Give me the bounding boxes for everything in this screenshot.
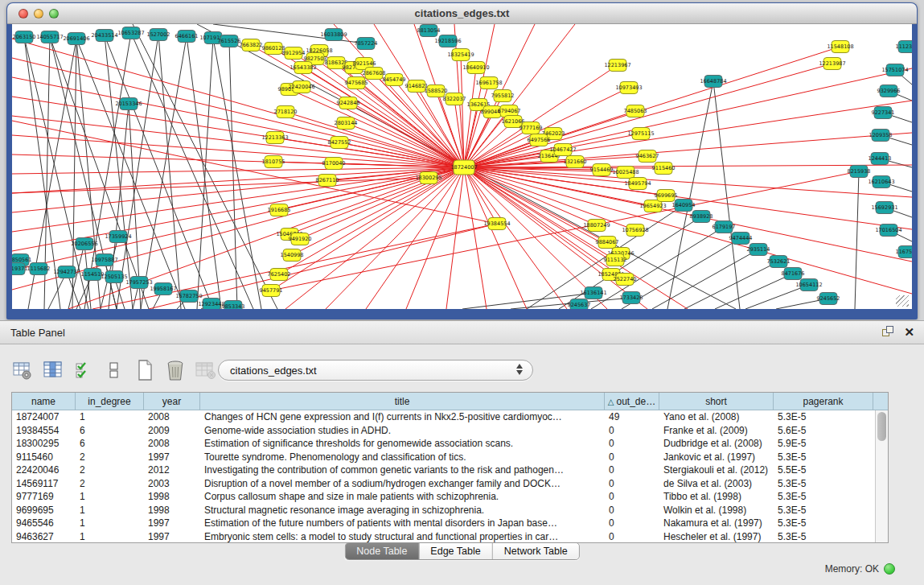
graph-edge bbox=[12, 39, 464, 167]
table-cell: Genome-wide association studies in ADHD. bbox=[200, 424, 605, 438]
graph-edge bbox=[84, 33, 131, 309]
application-window: citations_edges.txt 20631501405571720691… bbox=[0, 0, 924, 585]
table-toolbar: f(x) bbox=[11, 358, 248, 382]
new-document-icon bbox=[139, 360, 151, 380]
graph-edge bbox=[855, 171, 859, 309]
table-vertical-scrollbar[interactable] bbox=[875, 410, 888, 542]
close-panel-icon[interactable]: ✕ bbox=[904, 326, 914, 338]
graph-node-label: 15751074 bbox=[881, 67, 908, 73]
table-row[interactable]: 977716911998Corpus callosum shape and si… bbox=[12, 490, 888, 504]
graph-edge bbox=[290, 89, 464, 167]
trash-icon bbox=[168, 361, 183, 380]
graph-node-label: 9853343 bbox=[222, 303, 245, 309]
graph-node-label: 2718120 bbox=[274, 109, 298, 115]
table-type-tabs: Node TableEdge TableNetwork Table bbox=[344, 542, 579, 560]
row-height-button[interactable] bbox=[103, 359, 125, 381]
table-row[interactable]: 969969511998Structural magnetic resonanc… bbox=[12, 504, 888, 517]
table-panel-title: Table Panel bbox=[10, 327, 65, 339]
graph-node-label: 9463627 bbox=[636, 153, 659, 159]
graph-node-label: 12505135 bbox=[101, 274, 127, 280]
table-cell: Disruption of a novel member of a sodium… bbox=[200, 477, 605, 491]
graph-node-label: 16033809 bbox=[320, 31, 347, 38]
table-selector-dropdown[interactable]: citations_edges.txt bbox=[218, 360, 533, 381]
table-cell: 0 bbox=[605, 451, 659, 464]
node-table-header-row: namein_degreeyeartitle△out_de…shortpager… bbox=[12, 393, 888, 410]
graph-node-label: 8427552 bbox=[328, 139, 351, 146]
memory-ok-indicator-icon[interactable] bbox=[884, 563, 895, 575]
scrollbar-thumb[interactable] bbox=[877, 412, 886, 441]
table-cell: Structural magnetic resonance image aver… bbox=[200, 504, 605, 517]
column-header-title[interactable]: title bbox=[200, 393, 605, 410]
table-row[interactable]: 1872400712008Changes of HCN gene express… bbox=[12, 410, 888, 424]
select-columns-button[interactable] bbox=[72, 359, 95, 381]
graph-node-label: 12213967 bbox=[604, 62, 630, 68]
table-cell: Franke et al. (2009) bbox=[659, 424, 774, 438]
create-column-button[interactable] bbox=[133, 359, 156, 381]
show-column-button[interactable] bbox=[42, 359, 64, 381]
table-row[interactable]: 1938455462009Genome-wide association stu… bbox=[12, 424, 888, 438]
float-panel-icon[interactable] bbox=[882, 326, 894, 338]
graph-node-label: 1810755 bbox=[262, 159, 285, 165]
table-cell: 5.3E-5 bbox=[774, 517, 873, 530]
graph-node-label: 16961758 bbox=[475, 80, 502, 86]
column-header-out_de[interactable]: △out_de… bbox=[605, 393, 659, 410]
table-cell: 22420046 bbox=[12, 463, 76, 477]
graph-node-label: 9227341 bbox=[872, 109, 895, 116]
table-row[interactable]: 911546021997Tourette syndrome. Phenomeno… bbox=[12, 451, 888, 464]
graph-node-label: 1733426 bbox=[620, 295, 643, 301]
table-mode-button[interactable] bbox=[11, 359, 34, 381]
table-column-icon bbox=[44, 362, 61, 377]
graph-edge bbox=[68, 178, 429, 309]
graph-edge bbox=[464, 167, 487, 309]
graph-node-label: 9154469 bbox=[590, 167, 614, 173]
network-graph-svg: 2063150140557172069140620433514106532871… bbox=[12, 24, 912, 309]
graph-node-label: 15692931 bbox=[871, 204, 897, 211]
table-row[interactable]: 946554611997Estimation of the future num… bbox=[12, 517, 888, 530]
table-row[interactable]: 1830029562008Estimation of significance … bbox=[12, 437, 888, 451]
tab-edge-table[interactable]: Edge Table bbox=[419, 543, 492, 559]
graph-node-label: 18807249 bbox=[583, 222, 610, 229]
column-checklist-icon bbox=[76, 363, 85, 377]
tab-network-table[interactable]: Network Table bbox=[493, 543, 579, 559]
graph-node-label: 9777169 bbox=[519, 125, 543, 131]
column-header-pagerank[interactable]: pagerank bbox=[774, 393, 873, 410]
tab-node-table[interactable]: Node Table bbox=[345, 543, 419, 559]
column-header-year[interactable]: year bbox=[144, 393, 200, 410]
graph-node-label: 22420046 bbox=[288, 84, 314, 90]
graph-edge bbox=[464, 167, 527, 309]
graph-node-label: 1640954 bbox=[672, 202, 696, 208]
delete-column-button[interactable] bbox=[164, 359, 187, 381]
graph-node-label: 18495794 bbox=[624, 180, 651, 187]
graph-node-label: 1540998 bbox=[281, 252, 304, 258]
network-canvas[interactable]: 2063150140557172069140620433514106532871… bbox=[12, 24, 912, 309]
table-cell: 2003 bbox=[144, 477, 200, 491]
table-cell: 9777169 bbox=[12, 490, 76, 504]
table-cell: 9699695 bbox=[12, 504, 76, 517]
graph-node-label: 8813054 bbox=[417, 27, 441, 34]
table-cell: 1 bbox=[76, 490, 144, 504]
sort-ascending-icon: △ bbox=[608, 398, 614, 406]
table-cell: 0 bbox=[605, 530, 659, 544]
network-window-titlebar[interactable]: citations_edges.txt bbox=[7, 3, 917, 24]
table-row[interactable]: 1456911722003Disruption of a novel membe… bbox=[12, 477, 888, 491]
column-header-name[interactable]: name bbox=[12, 393, 76, 410]
graph-edge bbox=[464, 47, 840, 167]
graph-node-label: 7615526 bbox=[218, 38, 241, 44]
column-header-short[interactable]: short bbox=[659, 393, 774, 410]
graph-node-label: 10653287 bbox=[117, 30, 144, 36]
graph-node-label: 1244413 bbox=[869, 155, 892, 162]
table-cell: 2009 bbox=[144, 424, 200, 438]
graph-edge bbox=[197, 38, 213, 309]
table-cell: 5.3E-5 bbox=[774, 530, 873, 544]
column-header-in_degree[interactable]: in_degree bbox=[76, 393, 144, 410]
table-cell: 2 bbox=[76, 463, 144, 477]
graph-node-label: 9115132 bbox=[604, 257, 627, 263]
canvas-resize-grip-icon[interactable] bbox=[896, 295, 909, 307]
graph-node-label: 18640910 bbox=[462, 64, 489, 71]
table-cell: 1 bbox=[76, 530, 144, 544]
graph-node-label: 9245637 bbox=[568, 302, 591, 308]
graph-node-label: 9245652 bbox=[817, 295, 840, 302]
graph-node-label: 1321660 bbox=[564, 159, 587, 165]
table-row[interactable]: 946362711997Embryonic stem cells: a mode… bbox=[12, 530, 888, 544]
table-row[interactable]: 2242004622012Investigating the contribut… bbox=[12, 463, 888, 477]
